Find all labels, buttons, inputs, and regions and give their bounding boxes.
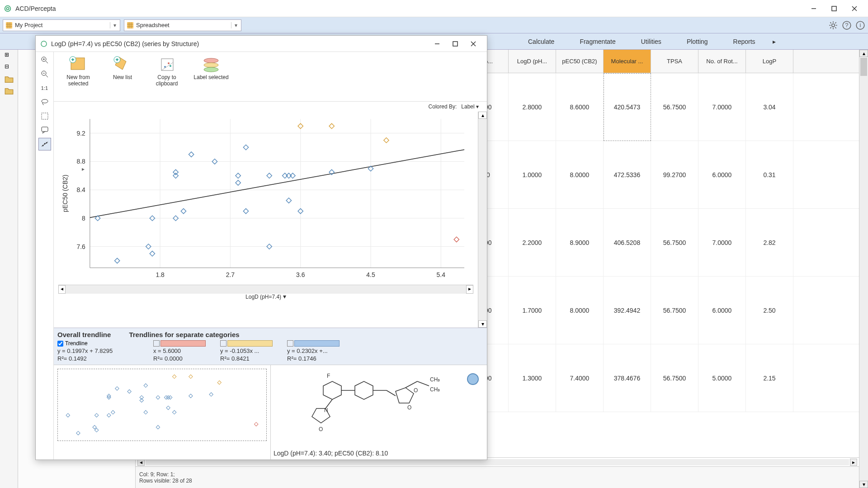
svg-rect-107 [66,413,70,417]
molecule-structure-icon: F O O CH₃ CH₃ [274,368,463,445]
svg-rect-111 [94,428,98,432]
column-header[interactable]: LogP [746,50,793,73]
yellow-swatch-checkbox[interactable] [220,340,226,347]
table-cell[interactable]: 2.15 [746,344,793,412]
column-header[interactable]: No. of Rot... [698,50,746,73]
table-cell[interactable]: 56.7500 [651,209,698,276]
table-cell[interactable]: 56.7500 [651,73,698,141]
table-cell[interactable]: 472.5336 [604,141,651,208]
minimize-button[interactable] [803,2,824,15]
table-cell[interactable]: 99.2700 [651,141,698,208]
close-button[interactable] [844,2,864,15]
maximize-button[interactable] [446,38,464,50]
table-cell[interactable]: 2.50 [746,277,793,344]
table-cell[interactable]: 1.3000 [509,344,556,412]
scroll-right-icon[interactable]: ▸ [850,459,857,466]
table-cell[interactable]: 5.0000 [698,344,746,412]
svg-point-1 [6,7,9,9]
vertical-scrollbar[interactable]: ▴ ▾ [859,50,868,488]
blue-swatch-checkbox[interactable] [287,340,293,347]
plot-window-titlebar[interactable]: LogD (pH=7.4) vs pEC50 (CB2) (series by … [36,36,487,52]
table-cell[interactable]: 1.7000 [509,277,556,344]
close-button[interactable] [464,38,482,50]
trendline-icon[interactable] [38,138,51,150]
chart-vertical-scrollbar[interactable]: ▴ ▾ [478,112,487,328]
column-header-selected[interactable]: Molecular ... [604,50,651,73]
red-swatch-checkbox[interactable] [153,340,160,347]
table-cell[interactable]: 1.0000 [509,141,556,208]
series-color-badge [467,373,479,385]
table-cell[interactable]: 8.0000 [556,141,604,208]
menu-plotting[interactable]: Plotting [674,33,721,49]
menu-utilities[interactable]: Utilities [628,33,674,49]
table-cell[interactable]: 6.0000 [698,277,746,344]
table-cell[interactable]: 378.4676 [604,344,651,412]
svg-rect-134 [255,422,258,426]
new-list-button[interactable]: New list [103,55,142,81]
menu-more[interactable]: ▸ [768,33,780,49]
spreadsheet-dropdown[interactable]: Spreadsheet ▾ [124,19,241,31]
label-selected-button[interactable]: Label selected [191,55,231,81]
column-header[interactable]: LogD (pH... [509,50,556,73]
help-icon[interactable]: ? [842,20,852,30]
svg-rect-133 [217,380,221,384]
chart-horizontal-scrollbar[interactable]: ◂ ▸ [58,285,473,294]
minimize-button[interactable] [428,38,446,50]
svg-rect-131 [172,375,176,378]
tree-collapse-icon[interactable]: ⊟ [5,63,14,72]
maximize-button[interactable] [824,2,844,15]
new-from-selected-button[interactable]: New from selected [58,55,98,87]
table-cell[interactable]: 406.5208 [604,209,651,276]
table-cell[interactable]: 8.9000 [556,209,604,276]
zoom-fit-button[interactable]: 1:1 [38,82,51,94]
menu-reports[interactable]: Reports [721,33,768,49]
svg-text:O: O [319,426,323,432]
svg-rect-104 [329,123,334,128]
zoom-in-icon[interactable] [38,54,51,66]
zoom-out-icon[interactable] [38,68,51,80]
svg-text:O: O [407,404,411,411]
table-cell[interactable]: 3.04 [746,73,793,141]
info-icon[interactable]: i [855,20,865,30]
overall-r2: R²= 0.1492 [57,355,139,362]
folder-icon[interactable] [5,75,14,84]
table-cell[interactable]: 2.2000 [509,209,556,276]
table-cell[interactable]: 56.7500 [651,344,698,412]
lasso-icon[interactable] [38,96,51,108]
project-dropdown[interactable]: My Project ▾ [3,19,120,31]
table-cell[interactable]: 7.0000 [698,73,746,141]
x-axis-label: LogD (pH=7.4) [245,294,281,300]
table-cell[interactable]: 392.4942 [604,277,651,344]
table-cell[interactable]: 0.31 [746,141,793,208]
tree-expand-icon[interactable]: ⊞ [5,52,14,61]
settings-icon[interactable] [828,20,838,30]
app-title: ACD/Percepta [15,5,56,12]
callout-icon[interactable] [38,124,51,136]
table-cell[interactable]: 2.82 [746,209,793,276]
rect-select-icon[interactable] [38,110,51,122]
scatter-chart[interactable]: 1.82.73.64.55.47.688.48.89.2pEC50 (CB2)▸… [54,112,478,328]
menu-calculate[interactable]: Calculate [515,33,567,49]
overview-chart[interactable] [54,365,271,460]
scroll-up-icon[interactable]: ▴ [859,50,868,57]
column-header[interactable]: TPSA [651,50,698,73]
toolbar: My Project ▾ Spreadsheet ▾ ? i [0,17,868,33]
table-cell[interactable]: 2.8000 [509,73,556,141]
svg-point-50 [170,65,171,67]
trendline-checkbox[interactable]: Trendline [57,340,139,347]
scroll-down-icon[interactable]: ▾ [859,481,868,488]
table-cell[interactable]: 8.6000 [556,73,604,141]
menu-fragmentate[interactable]: Fragmentate [567,33,628,49]
table-cell[interactable]: 7.0000 [698,209,746,276]
grid-icon [6,22,12,28]
copy-to-clipboard-button[interactable]: Copy to clipboard [147,55,187,87]
table-cell[interactable]: 6.0000 [698,141,746,208]
column-header[interactable]: pEC50 (CB2) [556,50,604,73]
table-cell[interactable]: 56.7500 [651,277,698,344]
table-cell[interactable]: 420.5473 [604,73,651,141]
table-cell[interactable]: 8.0000 [556,277,604,344]
table-cell[interactable]: 7.4000 [556,344,604,412]
folder-icon[interactable] [5,87,14,96]
colored-by-dropdown[interactable]: Label ▾ [461,103,479,110]
svg-line-78 [90,150,464,217]
